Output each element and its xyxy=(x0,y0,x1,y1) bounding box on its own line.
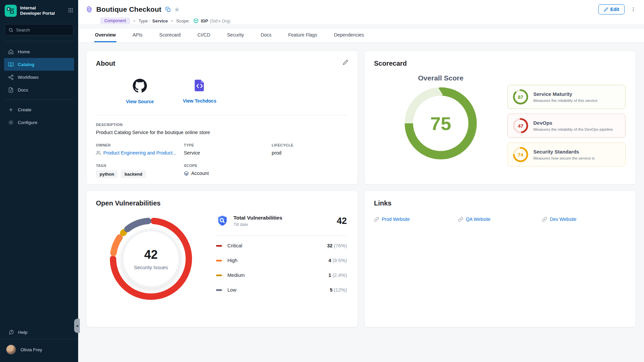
app-logo[interactable] xyxy=(5,5,17,17)
link-prod-website[interactable]: Prod Website xyxy=(374,217,458,222)
legend-label: Low xyxy=(227,287,236,293)
tab-cicd[interactable]: CI/CD xyxy=(197,29,211,42)
plus-icon xyxy=(8,107,14,113)
github-icon xyxy=(133,79,147,94)
help-icon xyxy=(9,329,14,335)
scope-org: (Sid's Org) xyxy=(210,18,230,23)
legend-label: High xyxy=(227,258,237,263)
links-card: Links Prod Website xyxy=(364,190,636,327)
about-divider xyxy=(96,115,348,115)
link-icon xyxy=(458,217,463,222)
chevron-left-icon: ◀ xyxy=(76,324,78,327)
legend-label: Medium xyxy=(227,273,245,278)
tags-label: TAGS xyxy=(96,164,184,168)
sidebar-search[interactable] xyxy=(5,24,73,36)
sidebar-item-workflows[interactable]: Workflows xyxy=(4,71,74,83)
tab-overview[interactable]: Overview xyxy=(94,29,116,42)
entity-tabs: Overview APIs Scorecard CI/CD Security D… xyxy=(78,29,644,43)
dot-separator xyxy=(171,20,173,22)
sidebar-collapse-handle[interactable]: ◀ xyxy=(74,319,80,333)
about-edit-icon[interactable] xyxy=(343,60,348,65)
tab-scorecard[interactable]: Scorecard xyxy=(159,29,181,42)
links-title: Links xyxy=(374,199,626,207)
sidebar-divider xyxy=(5,41,73,41)
app-logo-icon xyxy=(5,5,17,17)
legend-label: Critical xyxy=(227,243,242,248)
view-techdocs-label: View Techdocs xyxy=(183,98,216,104)
total-vulnerabilities-sub: Till date xyxy=(233,222,282,227)
type-label: Type : xyxy=(139,18,150,23)
link-icon xyxy=(374,217,379,222)
tags-field: TAGS python backend xyxy=(96,164,184,178)
tag-chip[interactable]: python xyxy=(96,170,118,178)
scope-name: IDP xyxy=(201,18,208,23)
owner-link[interactable]: Product Engineering and Product... xyxy=(96,150,184,156)
score-item-title: Service Maturity xyxy=(533,91,597,97)
tab-dependencies[interactable]: Dependencies xyxy=(333,29,365,42)
workflows-icon xyxy=(8,74,14,80)
sidebar-item-home[interactable]: Home xyxy=(4,45,74,58)
total-vulnerabilities-label: Total Vulnerabilities xyxy=(233,215,282,221)
sidebar-item-configure[interactable]: Configure xyxy=(4,116,74,129)
tab-apis[interactable]: APIs xyxy=(132,29,143,42)
description-label: DESCRIPTION xyxy=(96,123,348,127)
legend-row-medium: Medium 1 (2.4%) xyxy=(216,268,347,283)
tab-feature-flags[interactable]: Feature Flags xyxy=(287,29,318,42)
legend-row-critical: Critical 32 (76%) xyxy=(216,238,347,253)
star-icon[interactable] xyxy=(174,7,180,12)
donut-center: 42 Security Issues xyxy=(121,229,181,289)
view-techdocs-link[interactable]: View Techdocs xyxy=(170,79,229,104)
score-value: 74 xyxy=(513,146,529,163)
link-icon xyxy=(542,217,547,222)
pencil-icon xyxy=(604,7,608,12)
link-label: QA Website xyxy=(466,217,491,222)
sidebar-item-label: Docs xyxy=(18,87,28,93)
user-menu[interactable]: Olivia Frey xyxy=(0,339,78,362)
tab-security[interactable]: Security xyxy=(226,29,245,42)
low-dash-icon xyxy=(216,289,222,291)
security-issues-label: Security Issues xyxy=(134,264,168,270)
search-input[interactable] xyxy=(16,27,70,33)
copy-icon[interactable] xyxy=(165,7,171,12)
high-dash-icon xyxy=(216,260,222,261)
scorecard-item-devops[interactable]: 47 DevOps Measures the reliability of th… xyxy=(507,114,626,138)
type-field-value: Service xyxy=(184,150,272,156)
tag-chip[interactable]: backend xyxy=(121,170,146,178)
app-switcher-icon[interactable] xyxy=(68,7,73,14)
type-field: TYPE Service xyxy=(184,143,272,156)
description-value: Product Catalog Service for the boutique… xyxy=(96,130,348,135)
vulnerabilities-card: Open Vulnerabilities 42 Security Issues xyxy=(86,190,358,327)
divider xyxy=(216,235,347,236)
tab-docs[interactable]: Docs xyxy=(260,29,272,42)
legend-count: 1 xyxy=(328,273,331,278)
kind-badge: Component xyxy=(100,17,130,24)
link-qa-website[interactable]: QA Website xyxy=(458,217,542,222)
sidebar-item-docs[interactable]: Docs xyxy=(4,83,74,96)
edit-button[interactable]: Edit xyxy=(598,4,625,14)
help-button[interactable]: Help xyxy=(0,325,78,339)
score-item-desc: Measures the reliability of this service xyxy=(533,99,597,103)
vulnerabilities-donut: 42 Security Issues xyxy=(107,215,195,303)
page-title: Boutique Checkout xyxy=(96,5,161,13)
overall-score-value: 75 xyxy=(404,87,477,160)
view-source-link[interactable]: View Source xyxy=(110,79,170,104)
sidebar-item-create[interactable]: Create xyxy=(4,103,74,116)
scorecard-item-service-maturity[interactable]: 87 Service Maturity Measures the reliabi… xyxy=(507,85,626,109)
scorecard-card: Scorecard Overall Score 75 xyxy=(364,51,636,185)
sidebar-item-catalog[interactable]: Catalog xyxy=(4,58,74,71)
edit-button-label: Edit xyxy=(610,7,619,12)
sidebar-item-label: Configure xyxy=(18,120,38,125)
medium-dash-icon xyxy=(216,275,222,276)
scorecard-item-security-standards[interactable]: 74 Security Standards Measures how secur… xyxy=(507,142,626,167)
scope-cube-icon xyxy=(193,18,199,23)
kebab-menu-icon[interactable] xyxy=(631,7,636,12)
users-icon xyxy=(96,150,101,156)
shield-search-icon xyxy=(216,215,229,227)
overall-score-ring: 75 xyxy=(404,87,477,160)
sidebar: Internal Developer Portal Ho xyxy=(0,0,78,362)
user-name: Olivia Frey xyxy=(20,347,42,352)
scorecard-title: Scorecard xyxy=(374,60,626,67)
about-card: About View Source xyxy=(86,51,358,185)
owner-label: OWNER xyxy=(96,143,184,147)
link-dev-website[interactable]: Dev Website xyxy=(542,217,626,222)
